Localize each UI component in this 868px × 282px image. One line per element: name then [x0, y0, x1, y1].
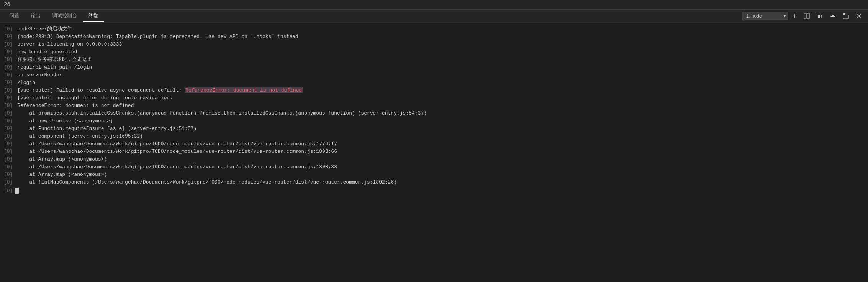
split-terminal-button[interactable]: [801, 12, 812, 20]
log-line: [0] new bundle generated: [4, 48, 864, 56]
log-prefix: [0]: [4, 179, 16, 186]
log-text: new bundle generated: [17, 48, 864, 56]
svg-rect-1: [807, 13, 809, 19]
delete-terminal-button[interactable]: [814, 12, 825, 20]
log-text: at Function.requireEnsure [as e] (server…: [17, 125, 864, 133]
terminal-select-container: 1: node ▼: [742, 12, 788, 20]
log-line: [0] at /Users/wangchao/Documents/Work/gi…: [4, 140, 864, 148]
log-prefix: [0]: [4, 56, 16, 64]
svg-rect-3: [843, 13, 845, 15]
log-text: at component (server-entry.js:1695:32): [17, 133, 864, 140]
log-text: at /Users/wangchao/Documents/Work/gitpro…: [17, 140, 864, 148]
log-line: [0] at flatMapComponents (/Users/wangcha…: [4, 179, 864, 186]
log-line: [0] 客服端向服务端请求时，会走这里: [4, 56, 864, 64]
svg-rect-2: [843, 15, 848, 19]
top-number-row: 26: [0, 0, 868, 10]
log-prefix: [0]: [4, 163, 16, 171]
log-line: [0] at Function.requireEnsure [as e] (se…: [4, 125, 864, 133]
tab-debug-console[interactable]: 调试控制台: [47, 10, 82, 22]
cursor-block: [15, 188, 19, 194]
log-prefix: [0]: [4, 79, 16, 87]
trash-icon: [817, 13, 823, 19]
log-text: at /Users/wangchao/Documents/Work/gitpro…: [17, 163, 864, 171]
log-text: server is listening on 0.0.0.0:3333: [17, 41, 864, 48]
log-prefix: [0]: [4, 133, 16, 140]
log-prefix: [0]: [4, 156, 16, 163]
log-prefix: [0]: [4, 71, 16, 79]
log-prefix: [0]: [4, 110, 16, 117]
log-line: [0] require1 with path /login: [4, 64, 864, 71]
log-line: [0] nodeServer的启动文件: [4, 25, 864, 33]
log-text: /login: [17, 79, 864, 87]
tab-output[interactable]: 输出: [25, 10, 46, 22]
error-highlight: ReferenceError: document is not defined: [185, 87, 303, 93]
close-icon: [856, 13, 862, 19]
log-line: [0] at new Promise (<anonymous>): [4, 117, 864, 125]
tab-problems[interactable]: 问题: [4, 10, 25, 22]
svg-rect-0: [804, 13, 806, 19]
log-line: [0] ReferenceError: document is not defi…: [4, 102, 864, 110]
log-text: require1 with path /login: [17, 64, 864, 71]
add-terminal-button[interactable]: +: [790, 12, 799, 20]
tab-bar-left: 问题 输出 调试控制台 终端: [4, 10, 742, 22]
close-panel-button[interactable]: [853, 12, 864, 20]
log-text: 客服端向服务端请求时，会走这里: [17, 56, 864, 64]
log-line: [0] at promises.push.installedCssChunks.…: [4, 110, 864, 117]
log-line: [0] [vue-router] uncaught error during r…: [4, 94, 864, 102]
log-text: at flatMapComponents (/Users/wangchao/Do…: [17, 179, 864, 186]
log-prefix: [0]: [4, 125, 16, 133]
log-prefix: [0]: [4, 64, 16, 71]
log-prefix: [0]: [4, 87, 16, 94]
cursor-line: [0]: [4, 187, 864, 195]
log-prefix: [0]: [4, 148, 16, 156]
chevron-up-icon: [830, 13, 836, 19]
log-line: [0] on serverRender: [4, 71, 864, 79]
log-text: at /Users/wangchao/Documents/Work/gitpro…: [17, 148, 864, 156]
panel-container: 26 问题 输出 调试控制台 终端 1: node ▼ +: [0, 0, 868, 282]
log-prefix: [0]: [4, 94, 16, 102]
log-line: [0] (node:29913) DeprecationWarning: Tap…: [4, 33, 864, 41]
log-prefix: [0]: [4, 48, 16, 56]
log-text: [vue-router] Failed to resolve async com…: [17, 87, 864, 94]
log-text: at new Promise (<anonymous>): [17, 117, 864, 125]
log-prefix: [0]: [4, 140, 16, 148]
cursor-prefix: [0]: [4, 187, 13, 195]
log-line: [0] at /Users/wangchao/Documents/Work/gi…: [4, 163, 864, 171]
split-icon: [804, 13, 810, 19]
log-text: ReferenceError: document is not defined: [17, 102, 864, 110]
log-text: at promises.push.installedCssChunks.(ano…: [17, 110, 864, 117]
log-text: at Array.map (<anonymous>): [17, 171, 864, 179]
log-line: [0] at /Users/wangchao/Documents/Work/gi…: [4, 148, 864, 156]
log-prefix: [0]: [4, 25, 16, 33]
log-prefix: [0]: [4, 171, 16, 179]
log-line: [0] at component (server-entry.js:1695:3…: [4, 133, 864, 140]
line-number: 26: [4, 2, 10, 8]
log-text: nodeServer的启动文件: [17, 25, 864, 33]
log-prefix: [0]: [4, 102, 16, 110]
log-text: on serverRender: [17, 71, 864, 79]
chevron-up-button[interactable]: [827, 12, 838, 20]
log-line: [0] at Array.map (<anonymous>): [4, 156, 864, 163]
log-prefix: [0]: [4, 41, 16, 48]
tab-bar: 问题 输出 调试控制台 终端 1: node ▼ +: [0, 10, 868, 23]
maximize-icon: [843, 13, 849, 19]
tab-bar-right: 1: node ▼ +: [742, 12, 864, 20]
log-line: [0] at Array.map (<anonymous>): [4, 171, 864, 179]
log-line: [0] /login: [4, 79, 864, 87]
log-text: at Array.map (<anonymous>): [17, 156, 864, 163]
tab-terminal[interactable]: 终端: [83, 10, 104, 22]
log-line: [0] [vue-router] Failed to resolve async…: [4, 87, 864, 94]
terminal-content[interactable]: [0] nodeServer的启动文件[0] (node:29913) Depr…: [0, 23, 868, 282]
log-prefix: [0]: [4, 117, 16, 125]
log-text: (node:29913) DeprecationWarning: Tapable…: [17, 33, 864, 41]
log-text: [vue-router] uncaught error during route…: [17, 94, 864, 102]
maximize-panel-button[interactable]: [840, 12, 851, 20]
log-line: [0] server is listening on 0.0.0.0:3333: [4, 41, 864, 48]
log-prefix: [0]: [4, 33, 16, 41]
terminal-select[interactable]: 1: node: [742, 12, 788, 20]
